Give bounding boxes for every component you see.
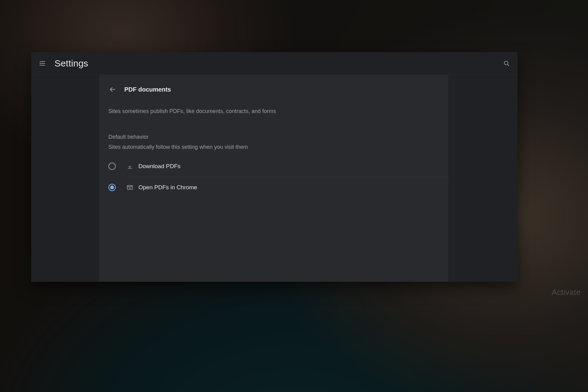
section-header: PDF documents <box>99 83 448 101</box>
settings-card: PDF documents Sites sometimes publish PD… <box>99 75 448 282</box>
radio-download-pdfs[interactable] <box>108 163 116 170</box>
settings-body: PDF documents Sites sometimes publish PD… <box>31 75 518 282</box>
section-title: PDF documents <box>124 86 171 93</box>
option-label: Open PDFs in Chrome <box>138 184 197 191</box>
default-behavior-heading: Default behavior <box>99 119 448 142</box>
search-icon <box>503 60 510 67</box>
settings-window: Settings PDF documents Sites sometimes p… <box>31 52 518 282</box>
option-download-pdfs[interactable]: Download PDFs <box>99 156 448 177</box>
option-label: Download PDFs <box>138 163 180 170</box>
left-gutter <box>31 75 99 282</box>
settings-titlebar: Settings <box>31 52 518 75</box>
svg-rect-6 <box>128 168 132 169</box>
open-in-browser-icon <box>126 184 134 191</box>
hamburger-icon <box>39 60 46 67</box>
option-open-in-chrome[interactable]: Open PDFs in Chrome <box>99 177 448 198</box>
search-button[interactable] <box>502 59 511 68</box>
right-gutter <box>448 75 518 282</box>
svg-line-4 <box>507 64 509 66</box>
download-icon <box>126 163 134 170</box>
radio-open-in-chrome[interactable] <box>108 184 116 191</box>
section-description: Sites sometimes publish PDFs, like docum… <box>99 101 448 119</box>
window-title: Settings <box>55 58 88 69</box>
svg-point-3 <box>504 61 508 65</box>
menu-button[interactable] <box>38 59 47 68</box>
back-button[interactable] <box>108 85 117 94</box>
back-arrow-icon <box>109 86 116 93</box>
default-behavior-description: Sites automatically follow this setting … <box>99 142 448 156</box>
